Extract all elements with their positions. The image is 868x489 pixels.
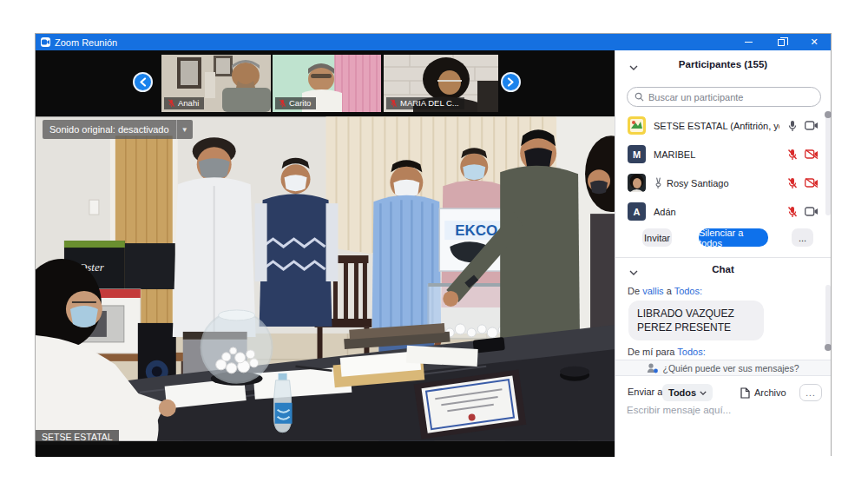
main-video: Oster [36, 116, 615, 441]
collapse-chat-icon[interactable] [629, 267, 638, 277]
avatar [628, 174, 646, 192]
video-thumbnail[interactable]: MARIA DEL C... [384, 55, 498, 112]
camera-off-icon [805, 178, 819, 188]
participant-search[interactable] [627, 87, 821, 107]
section-divider [615, 257, 831, 258]
thumbnail-name-chip: MARIA DEL C... [386, 97, 464, 109]
chat-message-meta: De vallis a Todos: [628, 286, 702, 296]
chat-message-bubble: LIBRADO VAZQUEZ PEREZ PRESENTE [628, 301, 764, 340]
participants-scrollbar[interactable] [825, 111, 831, 215]
participants-header: Participantes (155) [615, 59, 831, 69]
restore-button[interactable] [765, 34, 798, 50]
chat-message-meta: De mí para Todos: [628, 347, 706, 357]
participant-search-input[interactable] [648, 92, 813, 102]
original-sound-label: Sonido original: desactivado [43, 120, 176, 139]
close-button[interactable]: ✕ [798, 34, 831, 50]
video-area: Anahi Carito [36, 50, 615, 457]
victory-hand-icon [654, 177, 663, 188]
zoom-window: Zoom Reunión ✕ [35, 33, 832, 456]
active-speaker-label: SETSE ESTATAL [36, 430, 119, 445]
participant-row[interactable]: SETSE ESTATAL (Anfitrión, yo) [615, 111, 831, 140]
chat-send-row: Enviar a: Todos Archivo ... [615, 384, 831, 402]
side-panel: Participantes (155) SETSE ESTATAL (Anfit… [615, 50, 831, 457]
original-sound-dropdown[interactable]: ▼ [176, 120, 193, 139]
mic-muted-icon [279, 99, 286, 108]
chat-more-button[interactable]: ... [799, 384, 822, 401]
chat-scrollbar[interactable] [825, 285, 831, 349]
mic-muted-icon [787, 206, 798, 218]
mic-muted-icon [787, 177, 798, 189]
avatar [628, 116, 646, 135]
mute-all-button[interactable]: Silenciar a todos [699, 228, 768, 247]
send-to-dropdown[interactable]: Todos [662, 384, 713, 401]
mic-on-icon [787, 120, 798, 132]
chat-privacy-notice[interactable]: ¿Quién puede ver sus mensajes? [615, 360, 831, 376]
chat-header: Chat [615, 264, 831, 274]
mic-muted-icon [390, 99, 398, 108]
window-title: Zoom Reunión [55, 37, 117, 48]
participant-row[interactable]: M MARIBEL [615, 140, 831, 169]
thumbnail-name-chip: Carito [275, 97, 316, 109]
chevron-down-icon [700, 391, 707, 395]
participants-actions: Invitar Silenciar a todos ... [615, 228, 831, 249]
camera-on-icon [805, 121, 819, 130]
participants-more-button[interactable]: ... [792, 228, 813, 247]
mic-muted-icon [787, 149, 798, 161]
original-sound-button[interactable]: Sonido original: desactivado ▼ [43, 120, 193, 139]
thumbnail-strip: Anahi Carito [36, 50, 615, 116]
zoom-app-icon [41, 37, 50, 47]
participant-row[interactable]: Rosy Santiago [615, 169, 831, 197]
invite-button[interactable]: Invitar [642, 228, 672, 247]
title-bar: Zoom Reunión ✕ [36, 34, 831, 50]
person-privacy-icon [647, 363, 658, 373]
next-participants-button[interactable] [501, 72, 521, 92]
svg-text:EKCO: EKCO [455, 222, 497, 239]
avatar: M [628, 145, 646, 163]
chat-message-input[interactable] [627, 405, 821, 415]
mic-muted-icon [168, 99, 175, 108]
participant-row[interactable]: A Adán [615, 197, 831, 226]
video-thumbnail[interactable]: Anahi [161, 55, 271, 112]
prev-participants-button[interactable] [133, 72, 153, 92]
minimize-button[interactable] [732, 34, 765, 50]
search-icon [635, 92, 644, 102]
thumbnail-name-chip: Anahi [164, 97, 204, 109]
file-button[interactable]: Archivo [740, 384, 786, 401]
meeting-room-scene: Oster [36, 116, 615, 441]
avatar: A [628, 202, 646, 221]
camera-off-icon [805, 149, 819, 159]
send-to-label: Enviar a: [628, 387, 665, 397]
collapse-participants-icon[interactable] [629, 62, 638, 72]
file-icon [740, 387, 750, 399]
camera-on-icon [805, 207, 819, 216]
video-thumbnail[interactable]: Carito [273, 55, 381, 112]
